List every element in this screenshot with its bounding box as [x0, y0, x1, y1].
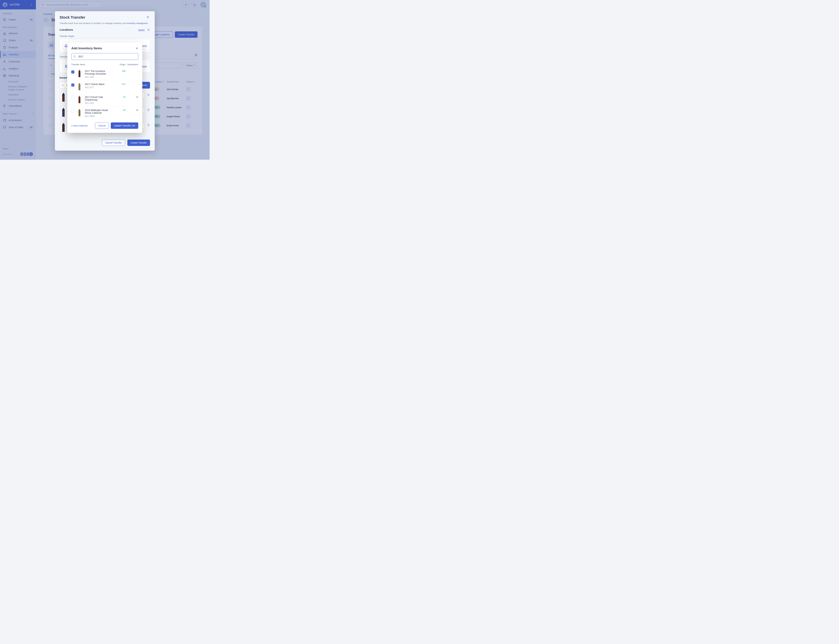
search-icon — [62, 84, 64, 87]
dest-qty: 15 — [125, 109, 138, 111]
create-transfer-modal-button[interactable]: Create Transfer — [127, 140, 150, 146]
modal-title: Stock Transfer — [59, 15, 85, 20]
item-sku: SKU 1628 — [85, 76, 113, 78]
origin-qty: 200 — [113, 70, 125, 72]
svg-point-15 — [62, 84, 63, 86]
search-icon — [73, 55, 76, 58]
item-name: 2016 Wellington Road Shiraz Cabernet — [85, 109, 113, 114]
item-name: 2017 Chenin Blanc — [85, 83, 113, 85]
item-sku: SKU 2523 — [85, 102, 113, 104]
switch-link[interactable]: Switch — [138, 29, 145, 31]
item-sku: SKU 2577 — [85, 86, 113, 89]
dest-qty: 15 — [125, 96, 138, 98]
th-origin: Origin — [113, 63, 125, 66]
origin-qty: 512 — [113, 83, 125, 85]
inventory-item-search-input[interactable] — [71, 53, 138, 60]
close-button[interactable] — [146, 16, 150, 19]
delete-row-icon[interactable] — [147, 93, 150, 96]
inventory-item-row[interactable]: 2017 The Ironstone Pressings Grenache SK… — [71, 68, 138, 80]
swap-icon[interactable] — [147, 28, 150, 31]
delete-row-icon[interactable] — [147, 108, 150, 111]
selected-count: 2 Items Selected — [71, 125, 87, 127]
origin-qty: 30 — [113, 96, 125, 98]
item-checkbox[interactable] — [71, 71, 74, 74]
dest-qty: - — [125, 83, 138, 85]
inventory-item-row[interactable]: 2017 French Oak Chardonnay SKU 2523 30 1… — [71, 93, 138, 106]
close-button[interactable] — [135, 47, 138, 50]
delete-row-icon[interactable] — [147, 123, 150, 127]
item-name: 2017 French Oak Chardonnay — [85, 96, 113, 101]
bottle-thumbnail — [76, 96, 82, 104]
locations-heading: Locations — [59, 28, 73, 31]
add-modal-title: Add Inventory Items — [71, 46, 102, 50]
origin-qty: 46 — [113, 109, 125, 111]
origin-label: Transfer Origin: — [59, 35, 150, 38]
inventory-management-link[interactable]: inventory managment — [127, 22, 148, 25]
inventory-item-row[interactable]: 2016 Wellington Road Shiraz Cabernet SKU… — [71, 106, 138, 119]
bottle-thumbnail — [76, 109, 82, 117]
add-inventory-modal: Add Inventory Items Transfer Items Origi… — [67, 43, 142, 133]
th-transfer-items: Transfer Items — [71, 63, 113, 66]
cancel-transfer-button[interactable]: Cancel Transfer — [102, 140, 125, 146]
bottle-thumbnail — [76, 70, 82, 78]
cancel-button[interactable]: Cancel — [95, 122, 109, 129]
th-destination: Destination — [125, 63, 138, 66]
update-transfer-list-button[interactable]: Update Transfer List — [111, 122, 138, 129]
item-name: 2017 The Ironstone Pressings Grenache — [85, 70, 113, 75]
modal-description: Transfer stock from one location to anot… — [59, 22, 150, 25]
item-checkbox[interactable] — [71, 110, 74, 113]
item-sku: SKU 19061 — [85, 115, 113, 117]
dest-qty: - — [125, 70, 138, 72]
item-checkbox[interactable] — [71, 84, 74, 87]
item-checkbox[interactable] — [71, 97, 74, 99]
bottle-thumbnail — [76, 83, 82, 91]
svg-point-16 — [74, 56, 75, 57]
inventory-item-row[interactable]: 2017 Chenin Blanc SKU 2577 512 - — [71, 80, 138, 93]
